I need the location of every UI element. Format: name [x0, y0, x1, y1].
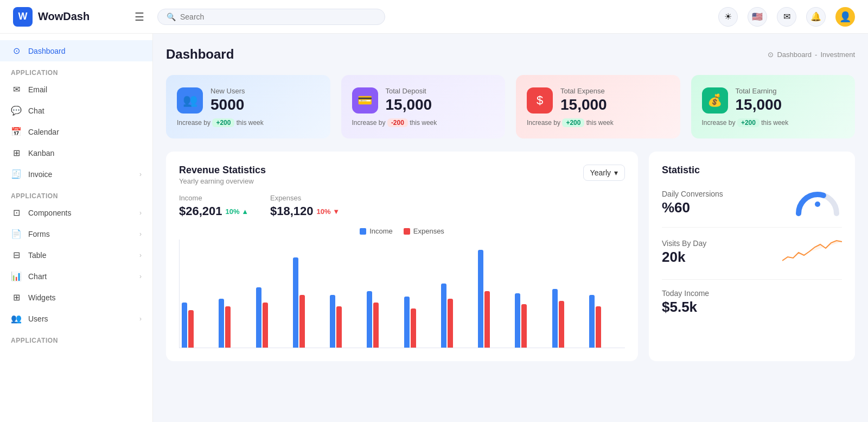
income-bar	[441, 284, 446, 348]
table-icon: ⊟	[11, 250, 22, 260]
today-income-row: Today Income $5.5k	[662, 288, 842, 316]
income-bar	[330, 295, 335, 348]
visits-section: Visits By Day 20k	[662, 227, 842, 268]
sidebar-label-chart: Chart	[28, 272, 47, 281]
sidebar-item-dashboard[interactable]: ⊙ Dashboard	[0, 40, 152, 61]
sidebar-item-components[interactable]: ⊡ Components ›	[0, 202, 152, 223]
language-selector[interactable]: 🇺🇸	[748, 7, 767, 27]
expense-bar	[596, 306, 601, 348]
svg-point-0	[815, 201, 820, 207]
stat-label: Total Expense	[560, 87, 607, 95]
bar-group	[552, 289, 586, 348]
revenue-card: Revenue Statistics Yearly earning overvi…	[166, 152, 638, 361]
forms-icon: 📄	[11, 229, 22, 239]
bar-group	[330, 295, 363, 348]
bar-group	[219, 299, 252, 348]
daily-conversions-value: %60	[662, 199, 723, 216]
theme-toggle-button[interactable]: ☀	[718, 7, 738, 27]
sidebar-item-forms[interactable]: 📄 Forms ›	[0, 223, 152, 244]
expense-bar	[411, 308, 416, 348]
stat-content: Total Expense 15,000	[560, 87, 607, 114]
expenses-value: $18,120	[270, 204, 314, 218]
invoice-chevron-icon: ›	[139, 171, 142, 178]
visits-value: 20k	[662, 249, 706, 266]
revenue-title-area: Revenue Statistics Yearly earning overvi…	[179, 165, 266, 185]
hamburger-button[interactable]: ☰	[130, 8, 149, 26]
stat-header: 💰 Total Earning 15,000	[702, 87, 845, 114]
bar-group	[478, 250, 512, 348]
income-bar	[182, 303, 187, 348]
search-input[interactable]	[180, 12, 376, 21]
expense-bar	[559, 301, 564, 348]
expense-bar	[448, 299, 453, 348]
users-icon: 👥	[11, 313, 22, 324]
expense-bar	[336, 306, 342, 348]
sidebar-label-widgets: Widgets	[28, 293, 56, 302]
sidebar-item-users[interactable]: 👥 Users ›	[0, 308, 152, 329]
sidebar-item-invoice[interactable]: 🧾 Invoice ›	[0, 163, 152, 185]
sidebar-section-application-3: Application	[0, 329, 152, 347]
revenue-header: Revenue Statistics Yearly earning overvi…	[179, 165, 625, 185]
sidebar-item-widgets[interactable]: ⊞ Widgets	[0, 287, 152, 308]
forms-chevron-icon: ›	[139, 230, 142, 238]
invoice-icon: 🧾	[11, 169, 22, 179]
visits-label: Visits By Day	[662, 239, 706, 248]
income-bar	[219, 299, 224, 348]
stat-change: Increase by +200 this week	[527, 119, 669, 127]
notification-button[interactable]: 🔔	[806, 7, 826, 27]
sidebar-item-kanban[interactable]: ⊞ Kanban	[0, 142, 152, 163]
sparkline-svg	[782, 236, 842, 266]
period-select[interactable]: Yearly ▾	[583, 165, 625, 181]
sidebar-label-components: Components	[28, 209, 71, 217]
stat-badge: +200	[737, 118, 760, 127]
expense-bar	[263, 303, 268, 348]
breadcrumb-icon: ⊙	[768, 51, 774, 59]
income-bar	[478, 250, 483, 348]
sidebar-item-email[interactable]: ✉ Email	[0, 79, 152, 100]
stat-value: 15,000	[560, 96, 607, 114]
stat-header: 👥 New Users 5000	[177, 87, 320, 114]
email-icon: ✉	[11, 84, 22, 95]
users-chevron-icon: ›	[139, 315, 142, 323]
period-label: Yearly	[590, 168, 611, 177]
sidebar-section-application-2: Application	[0, 185, 152, 202]
search-bar: 🔍	[157, 9, 385, 25]
income-bar	[256, 287, 261, 348]
sidebar-label-invoice: Invoice	[28, 170, 52, 179]
statistic-card: Statistic Daily Conversions %60	[649, 152, 855, 361]
sidebar-item-calendar[interactable]: 📅 Calendar	[0, 121, 152, 142]
expense-bar	[299, 295, 305, 348]
page-title: Dashboard	[166, 47, 234, 62]
income-pct: 10% ▲	[226, 207, 249, 216]
bar-group	[441, 284, 475, 348]
mail-button[interactable]: ✉	[777, 7, 796, 27]
sidebar-label-dashboard: Dashboard	[28, 47, 66, 55]
breadcrumb: ⊙ Dashboard - Investment	[768, 51, 855, 59]
sidebar-item-chart[interactable]: 📊 Chart ›	[0, 266, 152, 287]
expenses-metric: Expenses $18,120 10% ▼	[270, 194, 340, 218]
daily-conversions-label: Daily Conversions	[662, 190, 723, 198]
sidebar: ⊙ Dashboard Application ✉ Email 💬 Chat 📅…	[0, 34, 153, 422]
legend-expenses-dot	[404, 228, 410, 235]
sidebar-item-table[interactable]: ⊟ Table ›	[0, 244, 152, 266]
income-bar	[404, 297, 410, 348]
revenue-title: Revenue Statistics	[179, 165, 266, 176]
bar-group	[293, 257, 327, 348]
daily-conversions-section: Daily Conversions %60	[662, 189, 842, 216]
bar-group	[367, 291, 400, 348]
stat-icon: 💳	[352, 87, 378, 114]
sidebar-label-users: Users	[28, 314, 48, 323]
daily-conversions-info: Daily Conversions %60	[662, 190, 723, 216]
expense-bar	[521, 304, 527, 348]
stat-card-total-earning: 💰 Total Earning 15,000 Increase by +200 …	[691, 75, 856, 138]
main-content: Dashboard ⊙ Dashboard - Investment 👥 New…	[153, 34, 868, 422]
visits-sparkline	[782, 236, 842, 268]
today-income-label: Today Income	[662, 289, 709, 298]
avatar[interactable]: 👤	[835, 7, 855, 27]
visits-info: Visits By Day 20k	[662, 239, 706, 266]
stat-icon: 💰	[702, 87, 728, 114]
logo-icon: W	[13, 7, 33, 27]
stat-content: Total Deposit 15,000	[386, 87, 432, 114]
sidebar-item-chat[interactable]: 💬 Chat	[0, 100, 152, 121]
stat-change: Increase by +200 this week	[702, 119, 845, 127]
